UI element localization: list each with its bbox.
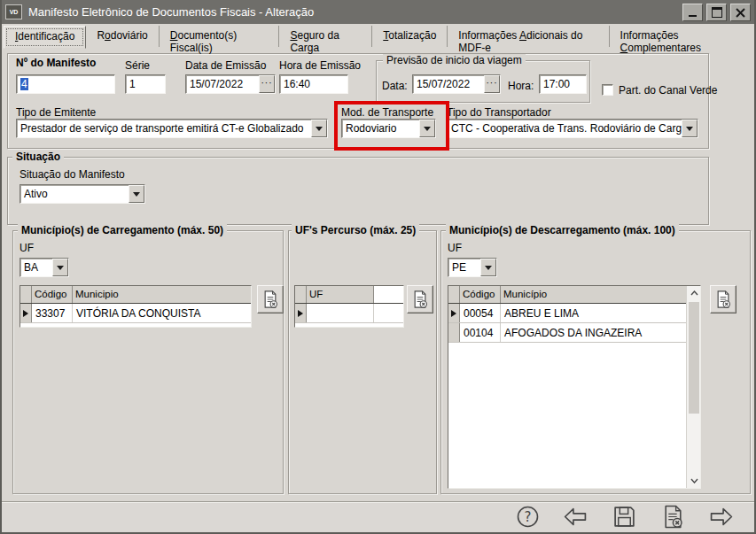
dropdown-button[interactable]	[129, 185, 144, 203]
carregamento-delete-button[interactable]	[257, 285, 284, 313]
vertical-scrollbar[interactable]	[686, 286, 700, 488]
cell-codigo: 00054	[460, 304, 501, 322]
chevron-down-icon	[133, 192, 140, 200]
row-marker-icon	[23, 310, 28, 317]
table-row[interactable]: 00104 AFOGADOS DA INGAZEIRA	[448, 323, 686, 343]
dropdown-button[interactable]	[480, 259, 496, 276]
tab-informacoes-complementares[interactable]: Informações Complementares	[610, 26, 756, 47]
previsao-title: Previsão de inicio da viagem	[383, 54, 526, 66]
row-marker-header	[295, 286, 307, 303]
situacao-title: Situação	[12, 151, 64, 163]
data-emissao-label: Data de Emissão	[185, 59, 266, 72]
serie-input[interactable]: 1	[125, 74, 166, 94]
canal-verde-checkbox[interactable]	[602, 84, 613, 96]
close-icon	[736, 8, 745, 18]
percurso-title: UF's Percurso (máx. 25)	[292, 224, 419, 236]
descarregamento-delete-button[interactable]	[710, 285, 737, 313]
scroll-up-button[interactable]	[687, 286, 701, 300]
row-marker-header	[448, 286, 460, 303]
tipo-transportador-combo[interactable]: CTC - Cooperativa de Trans. Rodoviário d…	[447, 119, 698, 138]
help-button[interactable]: ?	[515, 504, 540, 529]
column-header-municipio: Município	[501, 286, 686, 303]
save-button[interactable]	[612, 504, 636, 529]
mod-transporte-combo[interactable]: Rodoviario	[341, 119, 436, 138]
minimize-button[interactable]	[682, 4, 703, 21]
manifesto-value: 4	[20, 78, 28, 90]
manifesto-input[interactable]: 4	[16, 74, 115, 94]
dropdown-button[interactable]	[52, 259, 68, 276]
title-bar: VD Manifesto Eletrônico de Documentos Fi…	[0, 0, 756, 24]
arrow-left-icon	[563, 505, 588, 529]
cell-municipio: VITÓRIA DA CONQUISTA	[73, 304, 251, 322]
descarregamento-uf-combo[interactable]: PE	[448, 258, 497, 277]
window-title: Manifesto Eletrônico de Documentos Fisca…	[28, 5, 314, 19]
date-picker-button[interactable]: ···	[484, 75, 500, 93]
previsao-data-input[interactable]: 15/07/2022 ···	[412, 74, 501, 94]
tab-totalizacao[interactable]: Totalização	[372, 26, 448, 47]
next-button[interactable]	[709, 504, 734, 529]
canal-verde-label: Part. do Canal Verde	[619, 84, 717, 97]
close-button[interactable]	[730, 4, 751, 21]
descarregamento-table: Código Município 00054 ABREU E LIMA 0010…	[448, 285, 701, 489]
chevron-down-icon	[316, 127, 323, 135]
carregamento-uf-combo[interactable]: BA	[19, 258, 69, 277]
row-marker-icon	[451, 310, 456, 317]
chevron-down-icon	[485, 266, 492, 274]
ellipsis-icon: ···	[487, 78, 498, 88]
previous-button[interactable]	[563, 504, 588, 529]
delete-document-button[interactable]	[660, 504, 685, 529]
percurso-group	[288, 230, 437, 494]
tab-documentos-fiscais[interactable]: Documento(s) Fiscal(is)	[160, 26, 280, 47]
table-row[interactable]: 00054 ABREU E LIMA	[448, 304, 686, 323]
tab-seguro-da-carga[interactable]: Seguro da Carga	[279, 26, 372, 47]
tab-identificacao[interactable]: Identificação	[4, 26, 86, 49]
hora-emissao-input[interactable]: 16:40	[279, 74, 348, 94]
maximize-icon	[712, 7, 722, 18]
chevron-down-icon	[690, 478, 698, 484]
tipo-transportador-label: Tipo do Transportador	[447, 106, 551, 119]
carregamento-table: Código Municipio 33307 VITÓRIA DA CONQUI…	[19, 285, 252, 328]
carregamento-uf-label: UF	[19, 242, 34, 254]
svg-text:?: ?	[524, 509, 531, 525]
tab-bar: Identificação Rodoviário Documento(s) Fi…	[4, 26, 756, 49]
row-marker-icon	[298, 310, 303, 317]
dropdown-button[interactable]	[419, 120, 435, 137]
date-picker-button[interactable]: ···	[259, 75, 275, 93]
row-marker-cell	[448, 304, 460, 322]
dropdown-button[interactable]	[311, 120, 327, 137]
delete-document-icon	[411, 289, 429, 310]
situacao-combo[interactable]: Ativo	[19, 184, 145, 204]
column-header-municipio: Municipio	[73, 286, 251, 303]
cell-municipio: ABREU E LIMA	[501, 304, 686, 322]
tab-rodoviario[interactable]: Rodoviário	[86, 26, 159, 47]
bottom-toolbar	[2, 501, 754, 533]
maximize-button[interactable]	[706, 4, 727, 21]
previsao-hora-input[interactable]: 17:00	[539, 74, 587, 94]
cell-codigo: 00104	[460, 323, 501, 342]
tipo-emitente-label: Tipo de Emitente	[16, 106, 96, 119]
table-row-empty[interactable]	[295, 304, 403, 323]
data-emissao-input[interactable]: 15/07/2022 ···	[185, 74, 276, 94]
scroll-down-button[interactable]	[687, 474, 701, 488]
hora-emissao-label: Hora de Emissão	[279, 59, 361, 72]
cell-municipio: AFOGADOS DA INGAZEIRA	[501, 323, 686, 342]
delete-document-icon	[714, 289, 732, 310]
descarregamento-title: Município(s) de Descarregamento (máx. 10…	[446, 224, 679, 236]
app-icon: VD	[5, 4, 22, 19]
row-marker-header	[20, 286, 32, 303]
percurso-delete-button[interactable]	[407, 285, 433, 313]
dropdown-button[interactable]	[682, 120, 698, 137]
percurso-table: UF	[294, 285, 404, 328]
table-row[interactable]: 33307 VITÓRIA DA CONQUISTA	[20, 304, 251, 323]
tab-informacoes-adicionais[interactable]: Informações Adicionais do MDF-e	[448, 26, 609, 47]
chevron-down-icon	[424, 127, 431, 135]
save-icon	[612, 505, 636, 529]
chevron-down-icon	[57, 266, 64, 274]
tipo-emitente-combo[interactable]: Prestador de serviço de transporte emiti…	[16, 119, 328, 138]
scrollbar-thumb[interactable]	[689, 302, 699, 414]
help-icon: ?	[516, 505, 540, 529]
carregamento-title: Município(s) de Carregamento (máx. 50)	[18, 224, 227, 236]
row-marker-cell	[295, 304, 307, 322]
manifesto-label: Nº do Manifesto	[16, 57, 96, 69]
delete-document-icon	[662, 505, 684, 529]
